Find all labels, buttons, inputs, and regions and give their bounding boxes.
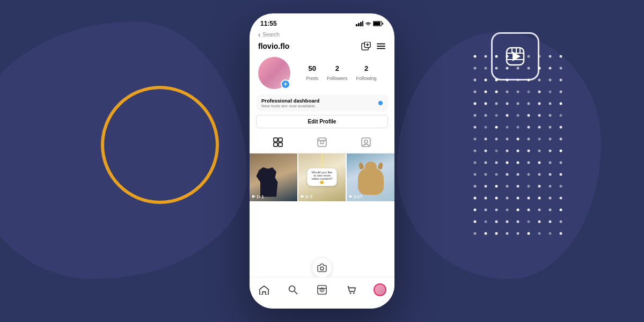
add-post-icon[interactable]: [361, 42, 371, 50]
svg-point-61: [560, 67, 562, 70]
svg-point-28: [324, 139, 325, 140]
stat-following[interactable]: 2 Following: [356, 64, 377, 82]
back-arrow[interactable]: ‹: [258, 31, 260, 39]
svg-point-172: [495, 221, 498, 223]
svg-point-174: [517, 221, 519, 223]
svg-point-149: [538, 185, 541, 188]
svg-point-171: [485, 221, 487, 223]
svg-point-184: [528, 232, 530, 235]
nav-home[interactable]: [256, 282, 272, 298]
svg-point-92: [506, 114, 509, 117]
posts-label: Posts: [306, 76, 318, 81]
svg-point-146: [506, 185, 509, 188]
avatar-add-button[interactable]: +: [281, 79, 290, 89]
svg-point-180: [485, 232, 487, 235]
grid-item-2[interactable]: Would you like to see more video content…: [298, 153, 346, 201]
svg-point-168: [549, 209, 552, 211]
phone-body: 11:55: [250, 13, 394, 309]
reels-play-icon: [504, 46, 526, 67]
svg-point-81: [485, 103, 487, 105]
followers-count: 2: [327, 64, 348, 72]
svg-point-145: [495, 185, 498, 188]
nav-reels[interactable]: [314, 282, 330, 298]
professional-dashboard-banner[interactable]: Professional dashboard New tools are now…: [256, 94, 388, 112]
svg-rect-22: [279, 138, 282, 142]
svg-point-102: [517, 126, 519, 129]
svg-point-143: [474, 185, 477, 188]
posts-count: 50: [306, 64, 318, 72]
svg-point-95: [538, 114, 541, 117]
svg-point-110: [506, 138, 509, 141]
svg-point-151: [560, 185, 562, 188]
tab-reels[interactable]: [314, 135, 330, 150]
svg-point-152: [474, 197, 477, 200]
svg-point-185: [538, 232, 541, 235]
svg-point-94: [528, 114, 530, 117]
nav-profile[interactable]: [372, 282, 388, 298]
svg-point-103: [528, 126, 530, 129]
camera-fab-button[interactable]: [312, 258, 332, 277]
status-time: 11:55: [260, 20, 277, 27]
svg-point-169: [560, 209, 562, 211]
svg-point-121: [528, 150, 530, 152]
svg-point-68: [538, 79, 541, 82]
grid-item-1[interactable]: ▷ 1: [250, 153, 297, 201]
svg-point-89: [474, 114, 477, 117]
svg-point-63: [485, 79, 487, 82]
svg-point-165: [517, 209, 519, 211]
svg-point-138: [517, 173, 519, 176]
svg-point-120: [517, 150, 519, 152]
status-icons: [356, 21, 384, 26]
svg-point-85: [528, 103, 530, 105]
svg-point-108: [485, 138, 487, 141]
svg-point-74: [506, 91, 509, 93]
svg-rect-9: [360, 22, 362, 26]
svg-point-117: [485, 150, 487, 152]
menu-icon[interactable]: [376, 42, 386, 50]
svg-point-176: [538, 221, 541, 223]
svg-point-40: [321, 289, 323, 291]
svg-point-100: [495, 126, 498, 129]
svg-line-37: [295, 291, 297, 294]
search-label: Search: [262, 32, 280, 38]
svg-point-71: [474, 91, 477, 93]
svg-point-116: [474, 150, 477, 152]
svg-point-90: [485, 114, 487, 117]
svg-point-119: [506, 150, 509, 152]
svg-point-130: [528, 162, 530, 164]
svg-point-31: [364, 140, 368, 143]
svg-point-147: [517, 185, 519, 188]
svg-point-99: [485, 126, 487, 129]
svg-point-87: [549, 103, 552, 105]
edit-profile-button[interactable]: Edit Profile: [256, 115, 388, 128]
orange-circle-decoration: [101, 86, 219, 204]
svg-point-75: [517, 91, 519, 93]
svg-point-98: [474, 126, 477, 129]
tab-tagged[interactable]: [358, 135, 374, 150]
svg-point-93: [517, 114, 519, 117]
dashboard-title: Professional dashboard: [261, 98, 319, 104]
tab-grid[interactable]: [270, 135, 286, 150]
grid-item-3[interactable]: ▷17: [347, 153, 394, 201]
svg-rect-24: [279, 143, 282, 147]
svg-point-162: [485, 209, 487, 211]
grid-badge-1: ▷ 1: [252, 194, 264, 199]
svg-point-150: [549, 185, 552, 188]
svg-point-54: [485, 67, 487, 70]
photo-grid: ▷ 1 Would you like to see more video con…: [250, 153, 394, 201]
svg-point-72: [485, 91, 487, 93]
svg-point-160: [560, 197, 562, 200]
svg-point-91: [495, 114, 498, 117]
nav-shop[interactable]: [343, 282, 359, 298]
avatar-wrapper[interactable]: +: [258, 57, 290, 89]
svg-point-161: [474, 209, 477, 211]
profile-avatar-nav: [374, 283, 386, 296]
stat-followers[interactable]: 2 Followers: [327, 64, 348, 82]
nav-search[interactable]: [285, 282, 301, 298]
svg-point-182: [506, 232, 509, 235]
svg-point-109: [495, 138, 498, 141]
signal-icon: [356, 21, 363, 26]
svg-point-158: [538, 197, 541, 200]
svg-point-136: [495, 173, 498, 176]
svg-point-181: [495, 232, 498, 235]
